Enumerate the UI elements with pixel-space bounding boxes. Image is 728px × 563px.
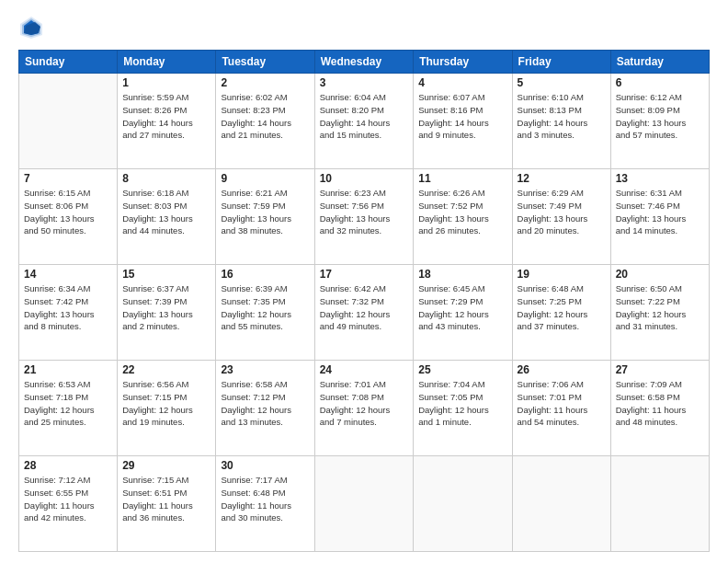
day-info: Sunrise: 6:26 AMSunset: 7:52 PMDaylight:… <box>418 187 506 237</box>
calendar-cell: 16Sunrise: 6:39 AMSunset: 7:35 PMDayligh… <box>216 265 314 361</box>
weekday-header-row: SundayMondayTuesdayWednesdayThursdayFrid… <box>19 51 710 74</box>
day-info: Sunrise: 6:37 AMSunset: 7:39 PMDaylight:… <box>122 282 210 333</box>
day-info: Sunrise: 6:10 AMSunset: 8:13 PMDaylight:… <box>518 91 606 142</box>
day-info: Sunrise: 7:01 AMSunset: 7:08 PMDaylight:… <box>320 378 409 429</box>
calendar-cell <box>610 456 709 552</box>
calendar-cell: 12Sunrise: 6:29 AMSunset: 7:49 PMDayligh… <box>512 169 610 265</box>
weekday-header-wednesday: Wednesday <box>314 51 414 74</box>
calendar-cell: 14Sunrise: 6:34 AMSunset: 7:42 PMDayligh… <box>19 265 118 361</box>
day-number: 17 <box>320 268 409 281</box>
logo <box>18 15 48 40</box>
day-number: 11 <box>418 172 506 185</box>
calendar-cell <box>414 456 512 552</box>
day-number: 23 <box>221 363 309 376</box>
day-info: Sunrise: 6:21 AMSunset: 7:59 PMDaylight:… <box>221 187 309 237</box>
calendar-cell: 11Sunrise: 6:26 AMSunset: 7:52 PMDayligh… <box>414 169 512 265</box>
day-number: 25 <box>418 363 506 376</box>
weekday-header-friday: Friday <box>512 51 610 74</box>
calendar-cell: 3Sunrise: 6:04 AMSunset: 8:20 PMDaylight… <box>314 74 414 169</box>
day-number: 8 <box>122 172 210 185</box>
day-info: Sunrise: 6:34 AMSunset: 7:42 PMDaylight:… <box>24 282 112 333</box>
week-row-5: 28Sunrise: 7:12 AMSunset: 6:55 PMDayligh… <box>19 456 710 552</box>
day-number: 9 <box>221 172 309 185</box>
calendar-cell: 23Sunrise: 6:58 AMSunset: 7:12 PMDayligh… <box>216 361 314 456</box>
calendar-cell: 1Sunrise: 5:59 AMSunset: 8:26 PMDaylight… <box>118 74 216 169</box>
week-row-2: 7Sunrise: 6:15 AMSunset: 8:06 PMDaylight… <box>19 169 710 265</box>
day-number: 5 <box>518 76 606 89</box>
day-info: Sunrise: 6:23 AMSunset: 7:56 PMDaylight:… <box>320 187 409 237</box>
day-info: Sunrise: 6:12 AMSunset: 8:09 PMDaylight:… <box>616 91 704 142</box>
day-number: 24 <box>320 363 409 376</box>
day-number: 22 <box>122 363 210 376</box>
calendar-cell: 22Sunrise: 6:56 AMSunset: 7:15 PMDayligh… <box>118 361 216 456</box>
day-number: 16 <box>221 268 309 281</box>
calendar-cell: 9Sunrise: 6:21 AMSunset: 7:59 PMDaylight… <box>216 169 314 265</box>
calendar-cell: 27Sunrise: 7:09 AMSunset: 6:58 PMDayligh… <box>610 361 709 456</box>
day-number: 6 <box>616 76 704 89</box>
week-row-4: 21Sunrise: 6:53 AMSunset: 7:18 PMDayligh… <box>19 361 710 456</box>
day-number: 15 <box>122 268 210 281</box>
day-info: Sunrise: 6:15 AMSunset: 8:06 PMDaylight:… <box>24 187 112 237</box>
calendar-cell: 6Sunrise: 6:12 AMSunset: 8:09 PMDaylight… <box>610 74 709 169</box>
weekday-header-sunday: Sunday <box>19 51 118 74</box>
calendar-cell: 30Sunrise: 7:17 AMSunset: 6:48 PMDayligh… <box>216 456 314 552</box>
day-info: Sunrise: 6:02 AMSunset: 8:23 PMDaylight:… <box>221 91 309 142</box>
calendar-cell: 8Sunrise: 6:18 AMSunset: 8:03 PMDaylight… <box>118 169 216 265</box>
day-number: 21 <box>24 363 112 376</box>
calendar-cell: 2Sunrise: 6:02 AMSunset: 8:23 PMDaylight… <box>216 74 314 169</box>
calendar-cell: 26Sunrise: 7:06 AMSunset: 7:01 PMDayligh… <box>512 361 610 456</box>
day-number: 4 <box>418 76 506 89</box>
calendar-cell: 19Sunrise: 6:48 AMSunset: 7:25 PMDayligh… <box>512 265 610 361</box>
calendar-cell: 4Sunrise: 6:07 AMSunset: 8:16 PMDaylight… <box>414 74 512 169</box>
header <box>18 15 710 40</box>
day-info: Sunrise: 6:07 AMSunset: 8:16 PMDaylight:… <box>418 91 506 142</box>
logo-icon <box>18 15 44 40</box>
day-info: Sunrise: 6:31 AMSunset: 7:46 PMDaylight:… <box>616 187 704 237</box>
week-row-1: 1Sunrise: 5:59 AMSunset: 8:26 PMDaylight… <box>19 74 710 169</box>
day-info: Sunrise: 7:12 AMSunset: 6:55 PMDaylight:… <box>24 474 112 524</box>
day-info: Sunrise: 6:04 AMSunset: 8:20 PMDaylight:… <box>320 91 409 142</box>
calendar-cell <box>314 456 414 552</box>
day-number: 20 <box>616 268 704 281</box>
calendar-cell: 13Sunrise: 6:31 AMSunset: 7:46 PMDayligh… <box>610 169 709 265</box>
calendar-cell: 20Sunrise: 6:50 AMSunset: 7:22 PMDayligh… <box>610 265 709 361</box>
calendar-cell: 18Sunrise: 6:45 AMSunset: 7:29 PMDayligh… <box>414 265 512 361</box>
day-info: Sunrise: 7:06 AMSunset: 7:01 PMDaylight:… <box>518 378 606 429</box>
day-info: Sunrise: 6:18 AMSunset: 8:03 PMDaylight:… <box>122 187 210 237</box>
weekday-header-thursday: Thursday <box>414 51 512 74</box>
day-info: Sunrise: 5:59 AMSunset: 8:26 PMDaylight:… <box>122 91 210 142</box>
day-info: Sunrise: 6:56 AMSunset: 7:15 PMDaylight:… <box>122 378 210 429</box>
day-number: 13 <box>616 172 704 185</box>
day-info: Sunrise: 6:45 AMSunset: 7:29 PMDaylight:… <box>418 282 506 333</box>
week-row-3: 14Sunrise: 6:34 AMSunset: 7:42 PMDayligh… <box>19 265 710 361</box>
day-number: 30 <box>221 459 309 472</box>
calendar-cell: 17Sunrise: 6:42 AMSunset: 7:32 PMDayligh… <box>314 265 414 361</box>
day-number: 10 <box>320 172 409 185</box>
calendar-cell: 28Sunrise: 7:12 AMSunset: 6:55 PMDayligh… <box>19 456 118 552</box>
calendar-cell <box>512 456 610 552</box>
weekday-header-saturday: Saturday <box>610 51 709 74</box>
day-number: 19 <box>518 268 606 281</box>
day-info: Sunrise: 6:42 AMSunset: 7:32 PMDaylight:… <box>320 282 409 333</box>
calendar-cell: 10Sunrise: 6:23 AMSunset: 7:56 PMDayligh… <box>314 169 414 265</box>
weekday-header-monday: Monday <box>118 51 216 74</box>
calendar-cell: 7Sunrise: 6:15 AMSunset: 8:06 PMDaylight… <box>19 169 118 265</box>
day-info: Sunrise: 6:58 AMSunset: 7:12 PMDaylight:… <box>221 378 309 429</box>
day-info: Sunrise: 7:17 AMSunset: 6:48 PMDaylight:… <box>221 474 309 524</box>
day-number: 7 <box>24 172 112 185</box>
day-number: 1 <box>122 76 210 89</box>
day-info: Sunrise: 6:39 AMSunset: 7:35 PMDaylight:… <box>221 282 309 333</box>
day-number: 27 <box>616 363 704 376</box>
calendar-cell: 15Sunrise: 6:37 AMSunset: 7:39 PMDayligh… <box>118 265 216 361</box>
page: SundayMondayTuesdayWednesdayThursdayFrid… <box>0 0 728 563</box>
calendar-table: SundayMondayTuesdayWednesdayThursdayFrid… <box>18 50 710 552</box>
day-info: Sunrise: 7:09 AMSunset: 6:58 PMDaylight:… <box>616 378 704 429</box>
day-info: Sunrise: 7:15 AMSunset: 6:51 PMDaylight:… <box>122 474 210 524</box>
weekday-header-tuesday: Tuesday <box>216 51 314 74</box>
day-number: 18 <box>418 268 506 281</box>
day-info: Sunrise: 6:48 AMSunset: 7:25 PMDaylight:… <box>518 282 606 333</box>
day-number: 3 <box>320 76 409 89</box>
day-info: Sunrise: 6:53 AMSunset: 7:18 PMDaylight:… <box>24 378 112 429</box>
day-number: 12 <box>518 172 606 185</box>
day-number: 29 <box>122 459 210 472</box>
